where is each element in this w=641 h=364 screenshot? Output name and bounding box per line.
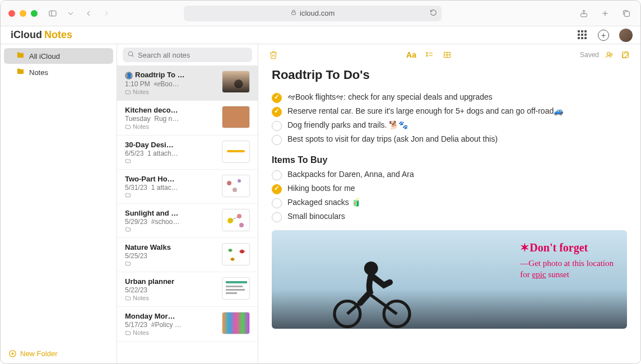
note-item-folder	[125, 260, 216, 267]
note-toolbar: Aa Saved	[258, 44, 640, 66]
checkbox[interactable]	[272, 212, 282, 222]
checklist-item[interactable]: Reserve rental car. Be sure it's large e…	[272, 106, 627, 117]
note-item-folder: Notes	[125, 88, 216, 95]
save-status: Saved	[580, 51, 599, 59]
brand-icloud: iCloud	[11, 29, 42, 41]
address-bar[interactable]: icloud.com	[184, 6, 442, 21]
close-window-button[interactable]	[8, 10, 15, 17]
note-list-item[interactable]: 30-Day Desi… 6/5/23 1 attach…	[117, 136, 258, 170]
search-input[interactable]	[138, 51, 248, 59]
note-thumbnail	[222, 243, 250, 265]
note-list-item[interactable]: Monday Mor… 5/17/23 #Policy … Notes	[117, 307, 258, 342]
minimize-window-button[interactable]	[20, 10, 26, 17]
share-icon[interactable]	[578, 7, 590, 20]
collaborate-icon[interactable]	[605, 50, 615, 60]
checklist-text: Small binoculars	[287, 212, 345, 221]
forward-button[interactable]	[100, 7, 113, 20]
note-item-title: Nature Walks	[125, 243, 216, 251]
checklist-text: Hiking boots for me	[287, 184, 355, 193]
app-launcher-icon[interactable]	[578, 30, 588, 40]
checkbox[interactable]	[272, 198, 282, 208]
checkbox[interactable]	[272, 135, 282, 145]
note-list-item[interactable]: Kitchen deco… Tuesday Rug n… Notes	[117, 101, 258, 136]
checklist-item[interactable]: Hiking boots for me	[272, 184, 627, 194]
checklist-item[interactable]: Dog friendly parks and trails. 🐕🐾	[272, 120, 627, 131]
app-header: iCloud Notes +	[1, 26, 640, 44]
shared-icon: 👤	[125, 72, 133, 80]
checkbox[interactable]	[272, 170, 282, 180]
note-thumbnail	[222, 71, 250, 93]
new-folder-button[interactable]: New Folder	[1, 344, 117, 363]
checklist-text: Best spots to visit for day trips (ask J…	[287, 134, 498, 143]
create-icon[interactable]: +	[598, 30, 609, 41]
note-item-folder	[125, 192, 216, 198]
note-thumbnail	[222, 277, 250, 300]
sidebar-toggle-icon[interactable]	[47, 7, 59, 20]
svg-line-11	[132, 55, 134, 57]
table-icon[interactable]	[442, 50, 452, 60]
note-item-title: Two-Part Ho…	[125, 175, 216, 183]
note-item-subtitle: 5/29/23 #schoo…	[125, 218, 216, 226]
note-list-item[interactable]: 👤Roadtrip To … 1:10 PM 🛩Boo… Notes	[117, 66, 258, 101]
tabs-icon[interactable]	[620, 7, 633, 20]
checkbox[interactable]	[272, 121, 282, 131]
note-item-folder: Notes	[125, 295, 216, 301]
checklist-item[interactable]: Backpacks for Daren, Anna, and Ara	[272, 170, 627, 180]
note-item-title: Monday Mor…	[125, 312, 216, 320]
handwriting-annotation: ✶Don't forget —Get photo at this locatio…	[520, 240, 614, 280]
checkbox[interactable]	[272, 184, 282, 194]
back-button[interactable]	[82, 7, 95, 20]
brand-notes: Notes	[44, 29, 72, 41]
checklist-text: Backpacks for Daren, Anna, and Ara	[287, 170, 414, 179]
lock-icon	[290, 9, 297, 17]
app-brand[interactable]: iCloud Notes	[8, 29, 72, 41]
note-list-item[interactable]: Sunlight and … 5/29/23 #schoo…	[117, 204, 258, 238]
search-field[interactable]	[123, 48, 252, 62]
checkbox[interactable]	[272, 107, 282, 117]
reload-icon[interactable]	[430, 9, 437, 18]
chevron-down-icon[interactable]	[64, 7, 77, 20]
note-list-item[interactable]: Nature Walks 5/25/23	[117, 238, 258, 272]
checklist-item[interactable]: Small binoculars	[272, 212, 627, 222]
checklist-item[interactable]: 🛩Book flights🛩: check for any special de…	[272, 92, 627, 103]
note-list-item[interactable]: Urban planner 5/22/23 Notes	[117, 272, 258, 307]
fullscreen-window-button[interactable]	[31, 10, 38, 17]
svg-rect-6	[625, 11, 630, 16]
note-item-subtitle: 1:10 PM 🛩Boo…	[125, 80, 216, 88]
format-text-icon[interactable]: Aa	[406, 50, 416, 60]
checklist-item[interactable]: Packaged snacks 🧃	[272, 198, 627, 208]
note-body[interactable]: Roadtrip To Do's 🛩Book flights🛩: check f…	[258, 66, 640, 363]
svg-point-23	[384, 301, 410, 327]
note-thumbnail	[222, 141, 250, 163]
checklist-item[interactable]: Best spots to visit for day trips (ask J…	[272, 134, 627, 145]
cyclist-silhouette	[322, 245, 422, 329]
svg-point-20	[610, 53, 612, 55]
note-list-item[interactable]: Two-Part Ho… 5/31/23 1 attac…	[117, 170, 258, 204]
sidebar-folder[interactable]: All iCloud	[4, 48, 113, 64]
note-item-title: Kitchen deco…	[125, 106, 216, 114]
svg-point-10	[128, 52, 133, 56]
note-attachment-image[interactable]: ✶Don't forget —Get photo at this locatio…	[272, 230, 627, 329]
folder-icon	[16, 51, 25, 61]
checklist-text: Dog friendly parks and trails. 🐕🐾	[287, 120, 408, 129]
note-item-subtitle: 6/5/23 1 attach…	[125, 150, 216, 157]
sidebar-folder[interactable]: Notes	[4, 64, 113, 80]
trash-icon[interactable]	[268, 50, 278, 60]
note-item-folder	[125, 226, 216, 232]
compose-icon[interactable]	[620, 50, 630, 60]
folder-icon	[16, 67, 25, 77]
account-avatar[interactable]	[619, 29, 633, 42]
checklist-icon[interactable]	[424, 50, 434, 60]
checkbox[interactable]	[272, 93, 282, 103]
note-item-folder: Notes	[125, 329, 216, 336]
note-list-pane: 👤Roadtrip To … 1:10 PM 🛩Boo… Notes Kitch…	[117, 44, 258, 363]
svg-rect-0	[49, 11, 56, 16]
note-item-subtitle: 5/31/23 1 attac…	[125, 184, 216, 192]
new-folder-label: New Folder	[20, 349, 57, 358]
svg-point-19	[607, 52, 610, 55]
note-item-folder	[125, 158, 216, 164]
new-tab-icon[interactable]	[599, 7, 611, 20]
note-item-folder: Notes	[125, 123, 216, 130]
note-item-subtitle: 5/17/23 #Policy …	[125, 321, 216, 329]
note-thumbnail	[222, 106, 250, 128]
